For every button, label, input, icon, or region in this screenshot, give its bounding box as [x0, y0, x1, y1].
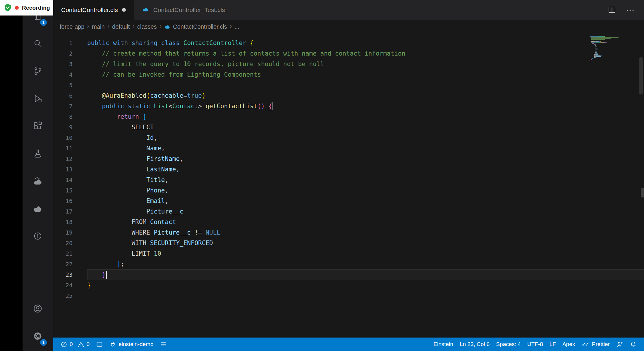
- einstein-status[interactable]: Einstein: [430, 338, 456, 351]
- code-line-22[interactable]: ];: [87, 259, 644, 269]
- indentation[interactable]: Spaces: 4: [493, 338, 524, 351]
- split-editor-icon[interactable]: [608, 6, 616, 14]
- line-number[interactable]: 21: [53, 248, 73, 259]
- sidebar-item-settings[interactable]: 1: [24, 322, 51, 350]
- line-number[interactable]: 18: [53, 217, 73, 227]
- sidebar-item-problems[interactable]: [24, 222, 51, 250]
- line-number[interactable]: 14: [53, 175, 73, 185]
- code-token: ]: [117, 261, 121, 268]
- line-number[interactable]: 5: [53, 80, 73, 90]
- code-line-1[interactable]: public with sharing class ContactControl…: [87, 38, 644, 48]
- formatter-status[interactable]: ✓✓ Prettier: [578, 338, 613, 351]
- breadcrumb-item[interactable]: classes: [137, 23, 157, 30]
- code-token: Picture__c: [154, 229, 191, 236]
- line-number[interactable]: 11: [53, 143, 73, 154]
- code-line-24[interactable]: }: [87, 280, 644, 290]
- code-line-7[interactable]: public static List<Contact> getContactLi…: [87, 101, 644, 111]
- code-token: Phone: [146, 187, 165, 194]
- line-number[interactable]: 9: [53, 122, 73, 133]
- line-number[interactable]: 10: [53, 133, 73, 143]
- line-number[interactable]: 12: [53, 154, 73, 164]
- line-number[interactable]: 8: [53, 111, 73, 122]
- breadcrumb-file[interactable]: ContactController.cls: [164, 23, 227, 30]
- line-number[interactable]: 17: [53, 206, 73, 217]
- tab-contactcontroller-test[interactable]: ContactController_Test.cls: [134, 0, 233, 20]
- line-number[interactable]: 16: [53, 196, 73, 206]
- code-token: SECURITY_ENFORCED: [150, 240, 213, 247]
- org-menu[interactable]: [157, 338, 170, 351]
- sidebar-item-testing[interactable]: [24, 140, 51, 167]
- code-line-11[interactable]: Name,: [87, 143, 644, 154]
- line-number[interactable]: 25: [53, 290, 73, 301]
- code-line-8[interactable]: return [: [87, 111, 644, 122]
- code-token: [87, 187, 146, 194]
- code-token: ,: [165, 176, 169, 183]
- line-number[interactable]: 15: [53, 185, 73, 196]
- code-line-18[interactable]: FROM Contact: [87, 217, 644, 227]
- breadcrumb-item[interactable]: force-app: [60, 23, 85, 30]
- code-area[interactable]: public with sharing class ContactControl…: [80, 34, 644, 338]
- tab-contactcontroller[interactable]: ContactController.cls: [53, 0, 134, 20]
- line-number[interactable]: 3: [53, 59, 73, 69]
- sidebar-item-search[interactable]: [24, 30, 51, 57]
- line-number[interactable]: 2: [53, 48, 73, 59]
- minimap[interactable]: [590, 36, 631, 62]
- code-line-16[interactable]: Email,: [87, 196, 644, 206]
- code-line-21[interactable]: LIMIT 10: [87, 248, 644, 259]
- line-number[interactable]: 22: [53, 259, 73, 269]
- line-number[interactable]: 7: [53, 101, 73, 111]
- eol-sequence[interactable]: LF: [546, 338, 559, 351]
- feedback[interactable]: [613, 338, 626, 351]
- code-line-23[interactable]: }: [87, 269, 644, 280]
- code-line-3[interactable]: // limit the query to 10 records, pictur…: [87, 59, 644, 69]
- line-number[interactable]: 6: [53, 90, 73, 101]
- more-actions-icon[interactable]: ⋯: [626, 7, 635, 13]
- sidebar-item-einstein[interactable]: [24, 167, 51, 195]
- line-number[interactable]: 20: [53, 238, 73, 248]
- code-line-2[interactable]: // create method that returns a list of …: [87, 48, 644, 59]
- sidebar-item-account[interactable]: [24, 295, 51, 322]
- breadcrumb-item[interactable]: main: [92, 23, 104, 30]
- modified-dot-icon[interactable]: [122, 8, 126, 12]
- encoding[interactable]: UTF-8: [524, 338, 546, 351]
- code-line-10[interactable]: Id,: [87, 133, 644, 143]
- line-number[interactable]: 4: [53, 69, 73, 80]
- cursor-position[interactable]: Ln 23, Col 6: [456, 338, 493, 351]
- scrollbar-thumb[interactable]: [639, 57, 643, 94]
- notifications[interactable]: [626, 338, 640, 351]
- code-line-20[interactable]: WITH SECURITY_ENFORCED: [87, 238, 644, 248]
- code-line-17[interactable]: Picture__c: [87, 206, 644, 217]
- sidebar-item-source-control[interactable]: [24, 57, 51, 85]
- code-line-19[interactable]: WHERE Picture__c != NULL: [87, 227, 644, 238]
- sidebar-item-run-debug[interactable]: [24, 85, 51, 112]
- line-number[interactable]: 24: [53, 280, 73, 290]
- code-token: }: [102, 271, 106, 278]
- code-line-14[interactable]: Title,: [87, 175, 644, 185]
- code-line-9[interactable]: SELECT: [87, 122, 644, 133]
- layout-toggle[interactable]: [93, 338, 106, 351]
- line-number[interactable]: 1: [53, 38, 73, 48]
- line-number[interactable]: 13: [53, 164, 73, 175]
- language-mode[interactable]: Apex: [559, 338, 578, 351]
- line-number[interactable]: 23: [53, 269, 73, 280]
- status-bar: 0 0 einstein-demo: [53, 338, 644, 351]
- code-token: public static: [87, 103, 154, 110]
- problems-status[interactable]: 0 0: [57, 338, 93, 351]
- code-line-13[interactable]: LastName,: [87, 164, 644, 175]
- code-line-6[interactable]: @AuraEnabled(cacheable=true): [87, 90, 644, 101]
- code-line-15[interactable]: Phone,: [87, 185, 644, 196]
- breadcrumb-tail[interactable]: ...: [235, 23, 240, 30]
- sidebar-item-extensions[interactable]: [24, 112, 51, 140]
- line-number[interactable]: 19: [53, 227, 73, 238]
- breadcrumb-item[interactable]: default: [112, 23, 130, 30]
- code-line-5[interactable]: [87, 80, 644, 90]
- sidebar-item-org-browser[interactable]: [24, 195, 51, 222]
- default-org[interactable]: einstein-demo: [106, 338, 157, 351]
- code-token: ContactController: [183, 39, 250, 47]
- code-line-4[interactable]: // can be invoked from Lightning Compone…: [87, 69, 644, 80]
- code-line-25[interactable]: [87, 290, 644, 301]
- code-token: SELECT: [87, 124, 154, 131]
- code-line-12[interactable]: FirstName,: [87, 154, 644, 164]
- code-token: ): [202, 92, 206, 99]
- code-token: ;: [121, 261, 124, 268]
